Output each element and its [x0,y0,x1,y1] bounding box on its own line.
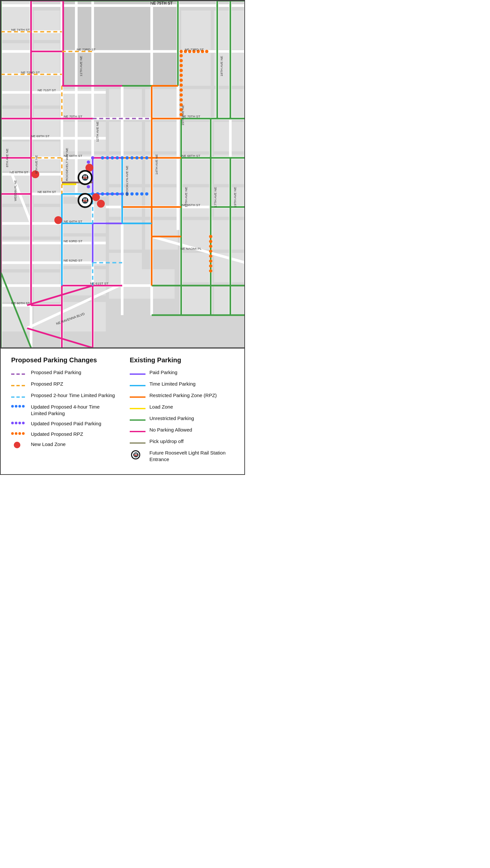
svg-text:11TH AVE NE: 11TH AVE NE [79,56,83,76]
proposed-title: Proposed Parking Changes [11,356,117,364]
svg-point-170 [125,156,129,159]
legend-section: Proposed Parking Changes Proposed Paid P… [1,348,245,474]
svg-point-209 [180,93,183,96]
svg-text:NE 66TH ST: NE 66TH ST [37,190,56,194]
svg-text:17TH AVE NE: 17TH AVE NE [213,187,217,208]
svg-rect-40 [181,220,245,250]
svg-point-206 [180,79,183,82]
svg-rect-3 [34,10,60,40]
no-parking-label: No Parking Allowed [149,427,192,433]
svg-rect-41 [145,220,178,250]
svg-rect-26 [109,89,142,119]
svg-point-178 [106,192,109,195]
svg-text:8TH AVE NE: 8TH AVE NE [5,148,9,167]
svg-point-179 [111,192,114,195]
existing-parking-column: Existing Parking Paid Parking Time Limit… [130,356,235,466]
svg-point-165 [101,156,104,159]
svg-point-183 [131,192,134,195]
rpz-label: Restricted Parking Zone (RPZ) [149,392,217,399]
svg-point-219 [209,259,212,263]
svg-point-214 [209,235,212,238]
svg-rect-9 [34,108,60,138]
svg-point-207 [180,84,183,87]
legend-item-no-parking: No Parking Allowed [130,427,235,434]
svg-text:NE 67TH ST: NE 67TH ST [9,170,28,174]
svg-rect-42 [109,220,142,250]
svg-rect-44 [145,122,178,151]
svg-text:NE 62ND ST: NE 62ND ST [63,258,82,262]
svg-text:12TH AVE NE: 12TH AVE NE [95,121,99,142]
svg-point-217 [209,250,212,253]
svg-point-187 [91,156,94,159]
svg-rect-5 [34,43,60,73]
svg-text:18TH AVE NE: 18TH AVE NE [220,56,223,76]
svg-point-168 [116,156,119,159]
legend-item-rail: 🚇 Future Roosevelt Light Rail Station En… [130,450,235,462]
svg-point-201 [180,54,183,57]
updated-paid-label: Updated Proposed Paid Parking [31,421,101,427]
legend-item-unrestricted: Unrestricted Parking [130,415,235,423]
svg-rect-52 [181,253,211,283]
svg-rect-18 [1,272,31,302]
svg-rect-34 [181,122,211,151]
load-zone-label: Load Zone [149,404,173,410]
svg-text:NE 71ST ST: NE 71ST ST [38,88,56,92]
svg-text:NE 64TH ST: NE 64TH ST [64,220,82,223]
svg-point-205 [180,74,183,77]
svg-rect-23 [63,204,106,233]
proposed-rpz-label: Proposed RPZ [31,381,63,387]
svg-point-185 [140,192,144,195]
paid-label: Paid Parking [149,369,177,376]
svg-text:16TH AVE NE: 16TH AVE NE [184,187,188,208]
svg-rect-21 [63,122,106,151]
pickup-label: Pick up/drop off [149,438,183,445]
svg-text:15TH AVE NE: 15TH AVE NE [181,105,184,126]
legend-item-updated-rpz: Updated Proposed RPZ [11,431,117,437]
svg-text:NE 61ST ST: NE 61ST ST [90,282,108,285]
svg-point-225 [97,200,105,208]
svg-text:NE 70TH ST: NE 70TH ST [64,115,82,118]
proposed-parking-column: Proposed Parking Changes Proposed Paid P… [11,356,117,466]
legend-item-updated-paid: Updated Proposed Paid Parking [11,421,117,427]
svg-point-180 [116,192,119,195]
svg-rect-13 [34,174,60,204]
svg-text:NE 73RD ST: NE 73RD ST [185,48,204,51]
svg-rect-30 [181,53,211,86]
svg-point-194 [180,50,183,53]
svg-rect-54 [181,285,211,315]
svg-point-218 [209,255,212,258]
svg-text:NE NAOMI PL: NE NAOMI PL [180,247,202,250]
svg-text:9TH AVE NE: 9TH AVE NE [34,155,38,174]
legend-item-paid: Paid Parking [130,369,235,377]
svg-point-186 [145,192,148,195]
legend-item-proposed-2hr: Proposed 2-hour Time Limited Parking [11,392,117,400]
legend-item-pickup: Pick up/drop off [130,438,235,446]
svg-text:BROOKLYN AVE NE: BROOKLYN AVE NE [125,165,129,196]
svg-text:NE 63RD ST: NE 63RD ST [63,239,82,243]
legend-item-time-limited: Time Limited Parking [130,381,235,388]
svg-text:NE 70TH ST: NE 70TH ST [182,115,200,118]
legend-item-updated-4hr: Updated Proposed 4-hour Time Limited Par… [11,404,117,416]
svg-point-226 [54,216,62,224]
new-load-zone-label: New Load Zone [31,441,66,447]
svg-rect-51 [109,253,142,283]
svg-point-188 [87,160,90,164]
legend-item-new-load-zone: New Load Zone [11,441,117,448]
svg-text:ROOSEVELT WAY NE: ROOSEVELT WAY NE [65,148,69,181]
svg-rect-48 [145,187,178,217]
svg-point-184 [135,192,139,195]
legend-item-proposed-rpz: Proposed RPZ [11,381,117,388]
existing-title: Existing Parking [130,356,235,364]
unrestricted-label: Unrestricted Parking [149,415,194,422]
svg-text:NE 60TH ST: NE 60TH ST [11,301,30,305]
legend-item-proposed-paid: Proposed Paid Parking [11,369,117,377]
svg-point-202 [180,59,183,62]
svg-point-167 [111,156,114,159]
svg-point-172 [135,156,139,159]
svg-rect-4 [1,43,31,73]
svg-point-173 [140,156,144,159]
time-limited-label: Time Limited Parking [149,381,195,387]
svg-point-224 [92,193,100,201]
svg-point-169 [120,156,124,159]
svg-point-193 [87,185,90,188]
